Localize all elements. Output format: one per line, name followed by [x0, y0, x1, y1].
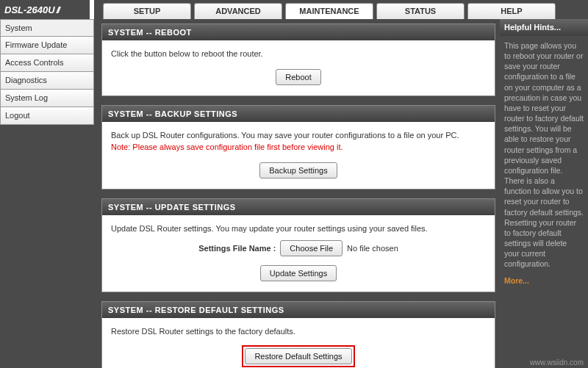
- panel-restore: SYSTEM -- RESTORE DEFAULT SETTINGS Resto…: [101, 301, 495, 368]
- settings-file-label: Settings File Name :: [198, 242, 276, 255]
- panel-backup-note: Note: Please always save configuration f…: [111, 142, 343, 151]
- panel-backup-title: SYSTEM -- BACKUP SETTINGS: [102, 106, 495, 122]
- sidebar: System Firmware Update Access Controls D…: [0, 19, 94, 368]
- helpful-hints-panel: Helpful Hints... This page allows you to…: [500, 19, 588, 368]
- logo-slashes: //: [57, 4, 59, 15]
- panel-update: SYSTEM -- UPDATE SETTINGS Update DSL Rou…: [101, 198, 495, 293]
- restore-highlight-box: Restore Default Settings: [242, 345, 354, 367]
- file-chosen-status: No file chosen: [347, 242, 398, 255]
- logo-text: DSL-2640U: [4, 4, 55, 15]
- watermark: www.wsiidn.com: [530, 358, 584, 367]
- panel-update-title: SYSTEM -- UPDATE SETTINGS: [102, 199, 495, 215]
- hints-more-link[interactable]: More...: [503, 275, 585, 286]
- panel-restore-title: SYSTEM -- RESTORE DEFAULT SETTINGS: [102, 302, 495, 318]
- choose-file-button[interactable]: Choose File: [280, 240, 343, 256]
- sidebar-item-system[interactable]: System: [0, 19, 94, 37]
- tab-help[interactable]: HELP: [467, 3, 556, 19]
- panel-backup-text: Back up DSL Router configurations. You m…: [111, 131, 459, 140]
- tab-advanced[interactable]: ADVANCED: [194, 3, 282, 19]
- update-settings-button[interactable]: Update Settings: [260, 265, 337, 281]
- panel-update-text: Update DSL Router settings. You may upda…: [111, 223, 486, 235]
- panel-reboot-title: SYSTEM -- REBOOT: [102, 24, 495, 40]
- tab-setup[interactable]: SETUP: [103, 3, 191, 19]
- sidebar-item-firmware-update[interactable]: Firmware Update: [0, 37, 94, 54]
- hints-title: Helpful Hints...: [500, 19, 588, 36]
- tab-maintenance[interactable]: MAINTENANCE: [285, 3, 373, 19]
- panel-reboot-text: Click the button below to reboot the rou…: [111, 48, 486, 60]
- reboot-button[interactable]: Reboot: [276, 69, 320, 85]
- top-bar: DSL-2640U// SETUP ADVANCED MAINTENANCE S…: [0, 0, 588, 19]
- restore-default-settings-button[interactable]: Restore Default Settings: [245, 348, 351, 364]
- backup-settings-button[interactable]: Backup Settings: [259, 162, 337, 178]
- main-tabs: SETUP ADVANCED MAINTENANCE STATUS HELP: [94, 0, 588, 19]
- main-content: SYSTEM -- REBOOT Click the button below …: [94, 19, 500, 368]
- device-model-label: DSL-2640U//: [0, 0, 94, 19]
- tab-status[interactable]: STATUS: [376, 3, 465, 19]
- panel-reboot: SYSTEM -- REBOOT Click the button below …: [101, 24, 495, 96]
- panel-backup: SYSTEM -- BACKUP SETTINGS Back up DSL Ro…: [101, 105, 495, 190]
- hints-body: This page allows you to reboot your rout…: [503, 40, 585, 275]
- sidebar-item-diagnostics[interactable]: Diagnostics: [0, 72, 94, 90]
- sidebar-item-access-controls[interactable]: Access Controls: [0, 54, 94, 72]
- panel-restore-text: Restore DSL Router settings to the facto…: [111, 325, 486, 338]
- body-row: System Firmware Update Access Controls D…: [0, 19, 588, 368]
- sidebar-item-logout[interactable]: Logout: [0, 107, 94, 125]
- sidebar-item-system-log[interactable]: System Log: [0, 90, 94, 107]
